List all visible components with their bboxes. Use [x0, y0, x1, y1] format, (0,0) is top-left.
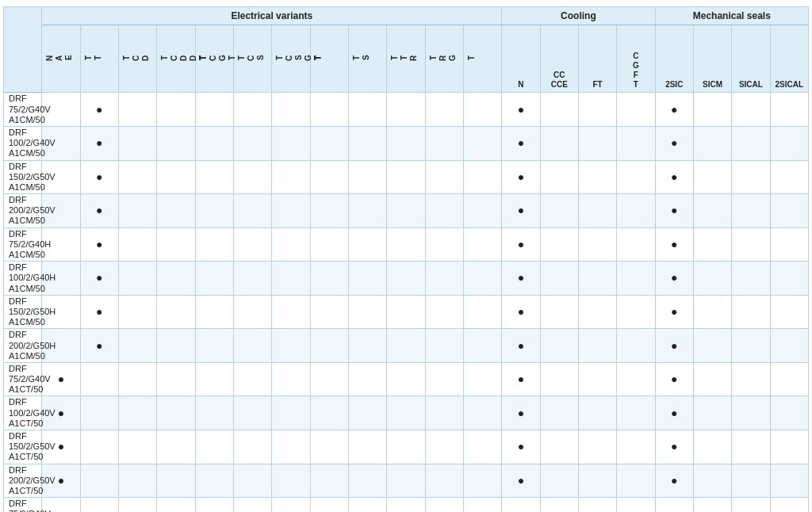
data-cell-k2sical [770, 93, 808, 127]
data-cell-t2 [310, 227, 348, 262]
data-cell-n: ● [502, 160, 540, 194]
data-cell-trg [425, 329, 463, 363]
col-sicm: SICM [693, 25, 731, 93]
data-cell-k2sical [770, 329, 808, 363]
product-cell: DRF 100/2/G40V A1CM/50 [4, 126, 42, 160]
data-cell-k2sical [770, 227, 808, 262]
data-cell-ft [578, 362, 616, 396]
data-cell-tcd [118, 329, 156, 363]
data-cell-cgft [617, 227, 655, 262]
data-cell-t3 [463, 227, 501, 262]
data-cell-ft [578, 160, 616, 194]
data-cell-cccce [540, 126, 578, 160]
dot-icon: ● [518, 507, 524, 512]
data-cell-ksical [732, 362, 770, 396]
dot-icon: ● [96, 103, 102, 116]
dot-icon: ● [58, 440, 64, 453]
data-cell-tcdd [157, 295, 195, 329]
data-cell-trg [425, 498, 463, 512]
table-row: DRF 200/2/G50H A1CM/50●●● [4, 329, 809, 363]
data-cell-tcsg [272, 93, 310, 127]
data-cell-tt: ● [80, 262, 118, 296]
data-cell-tcgt [195, 194, 233, 228]
data-cell-tcdd [157, 93, 195, 127]
data-cell-ts [348, 464, 386, 498]
table-row: DRF 75/2/G40H A1CM/50●●● [4, 227, 809, 262]
dot-icon: ● [518, 474, 524, 487]
data-cell-t3 [463, 464, 501, 498]
data-cell-ts [348, 262, 386, 296]
data-cell-ts [348, 126, 386, 160]
sical-label: SICAL [733, 80, 768, 90]
data-cell-ksicm [693, 464, 731, 498]
data-cell-n: ● [502, 93, 540, 127]
data-cell-k2sic: ● [655, 126, 693, 160]
data-cell-tcdd [157, 194, 195, 228]
tcgt-label: TCGT [197, 26, 239, 90]
data-cell-ttr [387, 93, 425, 127]
dot-icon: ● [58, 407, 64, 419]
col-trg: TRG [425, 25, 463, 93]
data-cell-tcsg [272, 227, 310, 262]
data-cell-tcsg [272, 194, 310, 228]
col-t: TT [80, 25, 118, 93]
data-cell-trg [425, 362, 463, 396]
data-cell-ft [578, 430, 616, 464]
data-cell-cgft [617, 329, 655, 363]
dot-icon: ● [671, 440, 677, 453]
dot-icon: ● [58, 507, 64, 512]
data-cell-ksical [732, 396, 770, 430]
data-cell-tt: ● [80, 295, 118, 329]
data-cell-k2sic: ● [655, 93, 693, 127]
data-cell-tcgt [195, 362, 233, 396]
dot-icon: ● [671, 305, 677, 318]
data-cell-k2sical [770, 160, 808, 194]
col-tcsg: TCSGT [272, 25, 310, 93]
product-cell: DRF 100/2/G40H A1CM/50 [4, 262, 42, 296]
data-cell-ts [348, 362, 386, 396]
data-cell-t2 [310, 329, 348, 363]
cccce-label: CCCCE [542, 71, 576, 90]
data-cell-t2 [310, 295, 348, 329]
data-cell-ft [578, 126, 616, 160]
data-cell-k2sic: ● [655, 464, 693, 498]
data-cell-cgft [617, 126, 655, 160]
tcd-label: TCD [121, 26, 152, 90]
data-cell-t2 [310, 362, 348, 396]
data-cell-t3 [463, 396, 501, 430]
data-cell-tcs [233, 396, 271, 430]
data-cell-tt [80, 498, 118, 512]
col-tcgt: TCGT [195, 25, 233, 93]
data-cell-tcsg [272, 362, 310, 396]
data-cell-trg [425, 295, 463, 329]
data-cell-tcsg [272, 498, 310, 512]
data-cell-ksical [732, 126, 770, 160]
dot-icon: ● [58, 373, 64, 385]
product-cell: DRF 200/2/G50V A1CM/50 [4, 194, 42, 228]
data-cell-tcdd [157, 362, 195, 396]
data-cell-ft [578, 295, 616, 329]
data-cell-tcgt [195, 262, 233, 296]
data-cell-ksical [732, 93, 770, 127]
page: Electrical variants Cooling Mechanical s… [0, 0, 812, 512]
data-cell-ksicm [693, 126, 731, 160]
data-cell-ft [578, 262, 616, 296]
dot-icon: ● [518, 407, 524, 419]
table-row: DRF 100/2/G40V A1CT/50●●● [4, 396, 809, 430]
data-cell-ft [578, 329, 616, 363]
data-cell-k2sic: ● [655, 160, 693, 194]
data-cell-ft [578, 498, 616, 512]
data-cell-tt [80, 362, 118, 396]
main-table: Electrical variants Cooling Mechanical s… [3, 6, 809, 512]
table-body: DRF 75/2/G40V A1CM/50●●●DRF 100/2/G40V A… [4, 93, 809, 512]
data-cell-tcdd [157, 126, 195, 160]
col-2sic: 2SIC [655, 25, 693, 93]
cgft-label: CGFT [619, 52, 653, 90]
data-cell-ttr [387, 126, 425, 160]
data-cell-n: ● [502, 126, 540, 160]
data-cell-t3 [463, 362, 501, 396]
dot-icon: ● [671, 170, 677, 183]
col-ttr: TTR [387, 25, 425, 93]
data-cell-n: ● [502, 464, 540, 498]
t3-label: T [465, 26, 478, 90]
